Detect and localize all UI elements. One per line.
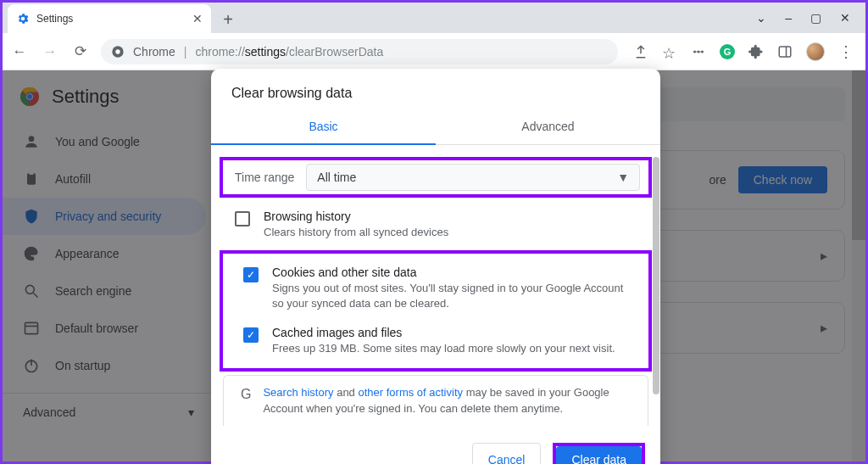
option-subtitle: Clears history from all synced devices [264, 225, 448, 240]
time-range-value: All time [317, 171, 356, 184]
share-icon[interactable] [633, 44, 648, 59]
menu-icon[interactable]: ⋮ [838, 42, 854, 61]
reload-button[interactable]: ⟳ [70, 42, 91, 60]
window-tab-strip: Settings ✕ + ⌄ – ▢ ✕ [3, 3, 865, 33]
link-search-history[interactable]: Search history [263, 386, 333, 399]
address-sep: | [184, 45, 187, 59]
close-icon[interactable]: ✕ [192, 12, 203, 25]
extensions-icon[interactable] [748, 44, 764, 59]
avatar[interactable] [806, 42, 825, 61]
window-controls: ⌄ – ▢ ✕ [756, 3, 862, 33]
clear-browsing-data-dialog: Clear browsing data Basic Advanced Time … [211, 69, 660, 464]
chrome-icon [111, 45, 125, 59]
option-title: Cookies and other site data [272, 266, 628, 279]
option-subtitle: Frees up 319 MB. Some sites may load mor… [272, 341, 615, 356]
option-cookies[interactable]: ✓ Cookies and other site data Signs you … [223, 259, 648, 318]
option-subtitle: Signs you out of most sites. You'll stay… [272, 281, 628, 311]
highlighted-options: ✓ Cookies and other site data Signs you … [220, 250, 652, 372]
option-browsing-history[interactable]: Browsing history Clears history from all… [214, 203, 657, 247]
checkbox[interactable]: ✓ [243, 327, 259, 343]
address-bar[interactable]: Chrome | chrome://settings/clearBrowserD… [101, 39, 618, 64]
dialog-scrollbar[interactable] [653, 157, 659, 394]
address-scheme: Chrome [133, 45, 175, 59]
browser-tab[interactable]: Settings ✕ [8, 4, 211, 33]
tab-basic[interactable]: Basic [211, 111, 436, 145]
minimize-button[interactable]: – [785, 11, 792, 25]
cancel-button[interactable]: Cancel [472, 443, 542, 464]
dialog-title: Clear browsing data [211, 69, 660, 111]
toolbar: ← → ⟳ Chrome | chrome://settings/clearBr… [3, 33, 865, 70]
option-title: Cached images and files [272, 326, 615, 339]
svg-point-1 [115, 49, 120, 53]
option-title: Browsing history [264, 210, 448, 223]
new-tab-button[interactable]: + [216, 8, 240, 31]
google-g-icon: G [241, 384, 251, 417]
address-url: chrome://settings/clearBrowserData [195, 45, 383, 59]
clear-data-button[interactable]: Clear data [556, 446, 642, 464]
close-window-button[interactable]: ✕ [840, 11, 850, 25]
checkbox[interactable] [235, 211, 250, 226]
tab-title: Settings [36, 13, 73, 25]
back-button[interactable]: ← [9, 43, 30, 60]
chevron-down-icon[interactable]: ⌄ [756, 11, 766, 25]
tab-advanced[interactable]: Advanced [436, 111, 660, 145]
svg-rect-6 [779, 47, 791, 57]
star-icon[interactable]: ☆ [662, 44, 677, 59]
toolbar-icons: ☆ G ⋮ [628, 42, 859, 61]
link-other-activity[interactable]: other forms of activity [358, 386, 463, 399]
dots-icon[interactable] [691, 44, 706, 59]
checkbox[interactable]: ✓ [243, 267, 259, 282]
sidepanel-icon[interactable] [777, 44, 793, 59]
highlighted-clear: Clear data [553, 443, 645, 464]
option-cached[interactable]: ✓ Cached images and files Frees up 319 M… [223, 319, 648, 363]
time-range-select[interactable]: All time ▼ [306, 164, 640, 191]
maximize-button[interactable]: ▢ [810, 11, 821, 25]
gear-icon [16, 12, 30, 25]
time-range-label: Time range [223, 171, 306, 184]
caret-down-icon: ▼ [617, 171, 629, 184]
grammarly-icon[interactable]: G [720, 44, 735, 59]
forward-button[interactable]: → [40, 43, 60, 60]
time-range-row: Time range All time ▼ [220, 157, 652, 198]
info-google-account: G Search history and other forms of acti… [223, 375, 648, 426]
